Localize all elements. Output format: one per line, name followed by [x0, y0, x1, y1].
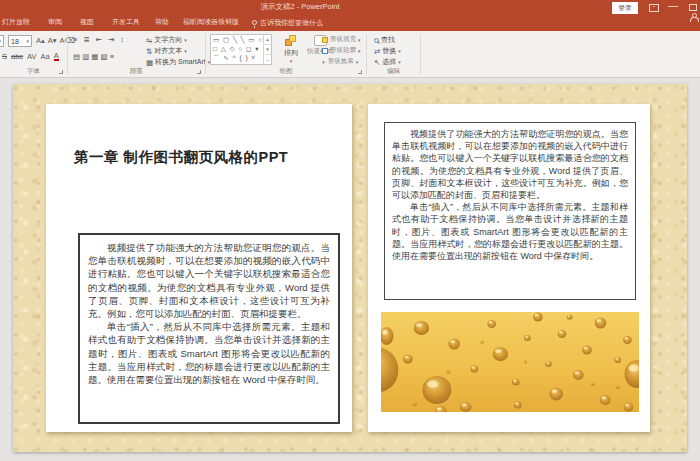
- body-paragraph: 视频提供了功能强大的方法帮助您证明您的观点。当您单击联机视频时，可以在想要添加的…: [88, 241, 330, 320]
- cheese-image[interactable]: [381, 312, 639, 412]
- shapes-row[interactable]: ▭ ▢ ╲ ╲ ▭ ○: [211, 35, 271, 44]
- left-book-page[interactable]: 第一章 制作图书翻页风格的PPT 视频提供了功能强大的方法帮助您证明您的观点。当…: [46, 104, 352, 432]
- select-icon: ↖: [374, 58, 380, 67]
- arrange-icon: [289, 35, 296, 42]
- shape-outline-icon: [322, 48, 328, 54]
- paragraph-group-label: 段落: [68, 67, 205, 76]
- drawing-dialog-launcher[interactable]: [358, 70, 362, 74]
- shapes-row[interactable]: □ △ ◇ ○ ◻ ▾: [211, 44, 271, 53]
- chevron-down-icon: ▾: [184, 48, 187, 54]
- tab-help[interactable]: 帮助: [155, 14, 169, 31]
- decrease-indent-icon[interactable]: ⇤: [96, 35, 102, 44]
- replace-button[interactable]: ⇄ 替换 ▾: [374, 46, 401, 56]
- drawing-group-label: 绘图: [206, 67, 366, 76]
- arrange-button[interactable]: 排列 ▾: [278, 35, 304, 64]
- numbering-icon[interactable]: ≣: [83, 35, 89, 44]
- tab-foxit[interactable]: 福昕阅读器领鲜版: [183, 14, 239, 31]
- tab-review[interactable]: 审阅: [48, 14, 62, 31]
- change-case-icon[interactable]: Aa: [41, 52, 50, 61]
- font-dialog-launcher[interactable]: [59, 70, 63, 74]
- tell-me-label: 告诉我你想要做什么: [260, 15, 323, 30]
- line-spacing-icon[interactable]: ↕: [120, 35, 124, 44]
- shapes-row[interactable]: ⌒ ∿ ^ ( ) ˅: [211, 53, 271, 62]
- align-text-icon: ⇅: [146, 47, 152, 56]
- slide-title[interactable]: 第一章 制作图书翻页风格的PPT: [74, 148, 288, 167]
- font-color-icon[interactable]: A: [54, 52, 59, 61]
- chevron-down-icon: ▾: [358, 37, 361, 43]
- paragraph-dialog-launcher[interactable]: [197, 70, 201, 74]
- shape-fill-button[interactable]: 形状填充 ▾: [322, 35, 361, 44]
- ribbon: ▾ 18 ▾ A▴ A▾ A⌫ S abc AV Aa A 字体 ≡ ≣ ⇤ ⇥…: [0, 31, 700, 78]
- ribbon-display-options-icon[interactable]: ˆ: [649, 4, 659, 12]
- body-paragraph: 单击“插入”，然后从不同库中选择所需元素。主题和样式也有助于文档保持协调。当您单…: [88, 320, 330, 386]
- text-direction-button[interactable]: ⇋ 文字方向 ▾: [146, 35, 187, 45]
- group-divider: [420, 34, 421, 74]
- chevron-down-icon: ▾: [0, 38, 1, 44]
- share-person-icon[interactable]: [690, 13, 698, 21]
- scroll-down-icon[interactable]: ▾: [264, 45, 271, 55]
- replace-icon: ⇄: [374, 47, 380, 56]
- strike-abc-icon[interactable]: abc: [11, 52, 23, 61]
- tab-slideshow[interactable]: 灯片放映: [2, 14, 30, 31]
- increase-indent-icon[interactable]: ⇥: [108, 35, 114, 44]
- smartart-icon: ▦: [146, 58, 153, 67]
- select-button[interactable]: ↖ 选择 ▾: [374, 57, 401, 67]
- shapes-gallery[interactable]: ▭ ▢ ╲ ╲ ▭ ○ □ △ ◇ ○ ◻ ▾ ⌒ ∿ ^ ( ) ˅ ▴ ▾ …: [210, 34, 272, 65]
- font-size-combo[interactable]: 18 ▾: [8, 35, 32, 47]
- font-group-label: 字体: [0, 67, 67, 76]
- scroll-up-icon[interactable]: ▴: [264, 35, 271, 45]
- shape-outline-label: 形状轮廓: [330, 46, 356, 55]
- shape-effects-icon: ◐: [322, 59, 326, 65]
- font-name-combo[interactable]: ▾: [0, 35, 4, 47]
- shape-outline-button[interactable]: 形状轮廓 ▾: [322, 46, 361, 55]
- shapes-gallery-scrollbar[interactable]: ▴ ▾ ⌄: [263, 35, 271, 64]
- chevron-down-icon: ▾: [398, 48, 401, 54]
- tab-view[interactable]: 视图: [80, 14, 94, 31]
- smartart-label: 转换为 SmartArt: [155, 57, 206, 67]
- lightbulb-icon: [252, 20, 257, 25]
- tell-me-box[interactable]: 告诉我你想要做什么: [252, 14, 323, 31]
- body-paragraph: 视频提供了功能强大的方法帮助您证明您的观点。当您单击联机视频时，可以在想要添加的…: [392, 128, 628, 201]
- chevron-down-icon: ▾: [356, 59, 359, 65]
- character-spacing-icon[interactable]: AV: [27, 52, 36, 61]
- find-button[interactable]: 查找: [374, 35, 395, 45]
- tab-developer[interactable]: 开发工具: [112, 14, 140, 31]
- chevron-down-icon: ▾: [26, 38, 29, 44]
- align-text-button[interactable]: ⇅ 对齐文本 ▾: [146, 46, 187, 56]
- minimize-button[interactable]: —: [668, 0, 678, 11]
- chevron-down-icon: ▾: [184, 37, 187, 43]
- convert-smartart-button[interactable]: ▦ 转换为 SmartArt ▾: [146, 57, 210, 67]
- shape-effects-button[interactable]: ◐ 形状效果 ▾: [322, 57, 358, 66]
- shape-effects-label: 形状效果: [328, 57, 354, 66]
- alignment-icons[interactable]: ▤ ▥ ▦ ▧ ≡: [73, 52, 114, 61]
- shape-fill-icon: [322, 37, 328, 43]
- login-button[interactable]: 登录: [612, 2, 638, 14]
- replace-label: 替换: [382, 46, 396, 56]
- bullets-icon[interactable]: ≡: [73, 35, 77, 44]
- shape-fill-label: 形状填充: [330, 35, 356, 44]
- strikethrough-icon[interactable]: S: [2, 52, 7, 61]
- right-book-page[interactable]: 视频提供了功能强大的方法帮助您证明您的观点。当您单击联机视频时，可以在想要添加的…: [368, 104, 650, 432]
- powerpoint-window: 演示文稿2 - PowerPoint 登录 ˆ — 灯片放映 审阅 视图 开发工…: [0, 0, 700, 461]
- body-paragraph: 单击“插入”，然后从不同库中选择所需元素。主题和样式也有助于文档保持协调。当您单…: [392, 201, 628, 262]
- grow-font-icon[interactable]: A▴: [36, 36, 45, 45]
- right-text-box[interactable]: 视频提供了功能强大的方法帮助您证明您的观点。当您单击联机视频时，可以在想要添加的…: [384, 122, 636, 300]
- slide-canvas: 第一章 制作图书翻页风格的PPT 视频提供了功能强大的方法帮助您证明您的观点。当…: [13, 84, 687, 452]
- maximize-button[interactable]: [689, 4, 697, 11]
- window-title: 演示文稿2 - PowerPoint: [215, 2, 385, 12]
- editing-group-label: 编辑: [367, 67, 420, 76]
- chevron-down-icon: ▾: [278, 58, 304, 64]
- select-label: 选择: [382, 57, 396, 67]
- title-bar: 演示文稿2 - PowerPoint 登录 ˆ — 灯片放映 审阅 视图 开发工…: [0, 0, 700, 31]
- arrange-label: 排列: [278, 48, 304, 58]
- text-direction-icon: ⇋: [146, 36, 152, 45]
- chevron-down-icon: ▾: [398, 59, 401, 65]
- align-text-label: 对齐文本: [154, 46, 182, 56]
- font-size-value: 18: [11, 38, 19, 45]
- gallery-more-icon[interactable]: ⌄: [264, 55, 271, 65]
- shrink-font-icon[interactable]: A▾: [48, 36, 57, 45]
- find-label: 查找: [381, 35, 395, 45]
- text-direction-label: 文字方向: [154, 35, 182, 45]
- chevron-down-icon: ▾: [358, 48, 361, 54]
- left-text-box[interactable]: 视频提供了功能强大的方法帮助您证明您的观点。当您单击联机视频时，可以在想要添加的…: [78, 233, 340, 424]
